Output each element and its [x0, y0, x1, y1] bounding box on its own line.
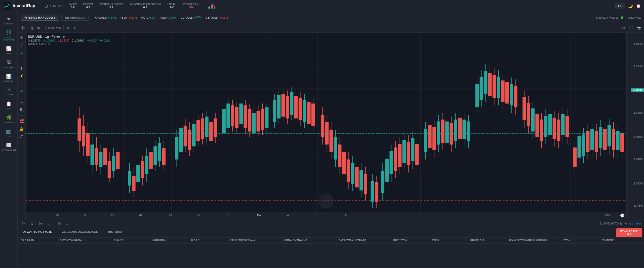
chart-settings-button[interactable]: ⚙ — [621, 25, 626, 31]
col-symbol: SYMBOL — [114, 239, 152, 242]
language-button[interactable]: PL — [615, 3, 625, 9]
screenshot-button[interactable]: 📷 — [636, 25, 642, 31]
svg-rect-225 — [548, 114, 552, 135]
ticker-gbpusd[interactable]: GBP/USD -0.03% — [206, 16, 228, 19]
svg-rect-109 — [277, 95, 281, 119]
indicators-button[interactable]: ƒ Wskaźniki — [45, 26, 62, 30]
sidebar-item-surowce[interactable]: 🏗 SUROWCE — [1, 58, 16, 70]
tab-otwarte-pozycje[interactable]: OTWARTE POZYCJE — [18, 228, 57, 237]
chart-toolbar: ➕ 1g ⊞ ƒ Wskaźniki ↺ ↻ ⚙ ⛶ 📷 — [18, 23, 644, 33]
sidebar-item-pary-walutowe[interactable]: 💱 PARYWALUTOWE — [1, 28, 16, 43]
svg-rect-47 — [128, 171, 131, 185]
svg-rect-205 — [501, 81, 505, 102]
range-5d[interactable]: 5d — [56, 221, 62, 225]
range-3m[interactable]: 3m — [37, 221, 44, 225]
svg-rect-59 — [153, 146, 157, 165]
curved-line-tool[interactable]: ⌒ — [19, 57, 24, 64]
svg-rect-189 — [462, 120, 466, 139]
emoji-tool[interactable]: ☺ — [19, 88, 24, 94]
indicators-label: Wskaźniki — [48, 26, 61, 30]
wykorzystane-stat: WYKORZYSTANE ŚRODKI 0 € — [130, 3, 161, 9]
range-1m[interactable]: 1m — [47, 221, 53, 225]
ticker-aapl[interactable]: AAPL 0.2% — [141, 16, 155, 19]
svg-rect-43 — [112, 156, 115, 171]
svg-rect-207 — [505, 82, 509, 103]
star-icon: ★ — [7, 16, 11, 22]
time-label-28: 28 — [139, 214, 142, 217]
open-pnl-container: OTWÓRZ PNL0 € — [616, 228, 644, 237]
ticker-amzn[interactable]: AMZN 0.62% — [160, 16, 177, 19]
svg-rect-5 — [214, 6, 215, 9]
pencil-tool[interactable]: ✏ — [19, 99, 24, 105]
svg-rect-39 — [103, 148, 107, 165]
open-pnl-button[interactable]: OTWÓRZ PNL0 € — [616, 228, 642, 237]
sidebar-label-indeksy: INDEKSY — [4, 80, 13, 82]
ticker-xauusd[interactable]: XAU/USD 0.34% — [95, 16, 116, 19]
content-area: WYKRES HANDLOWY INFORMACJA XAU/USD 0.34%… — [18, 12, 644, 268]
price-scale: 1.09200 1.09000 1.08800 1.08600 1.08400 … — [626, 33, 644, 219]
sidebar-item-etf[interactable]: 📋 ETF — [1, 99, 16, 112]
ticker-tsla[interactable]: TSLA -0.17% — [120, 16, 137, 19]
sidebar-item-ulubione[interactable]: ★ ULUBIONE — [1, 14, 16, 27]
sidebar-item-krypto[interactable]: ₿ KRYPTO — [1, 85, 16, 98]
accounts-label: KONTA — [50, 4, 60, 8]
timeframe-button[interactable]: 1g — [28, 25, 34, 31]
informacja-tab[interactable]: INFORMACJA — [61, 15, 89, 21]
add-tool-button[interactable]: ➕ — [20, 25, 26, 31]
range-5y[interactable]: 5y — [21, 221, 26, 225]
tab-historia[interactable]: HISTORIA — [103, 228, 127, 237]
left-sidebar: ★ ULUBIONE 💱 PARYWALUTOWE 📈 AKCJE 🏗 SURO… — [0, 12, 18, 268]
chart-type-button[interactable]: ⊞ — [36, 25, 41, 31]
accounts-button[interactable]: ⊙ KONTA ▾ — [44, 3, 62, 9]
tag-tool[interactable]: 🏷 — [19, 133, 24, 139]
wykres-handlowy-tab[interactable]: WYKRES HANDLOWY — [21, 15, 59, 21]
svg-rect-153 — [381, 171, 384, 193]
svg-rect-81 — [209, 122, 213, 141]
settings-button[interactable]: ⏰ — [636, 4, 641, 8]
fullscreen-button[interactable]: ⛶ — [628, 25, 634, 31]
compare-icon[interactable]: ⇄ — [75, 222, 78, 225]
measure-tool[interactable]: ≈ — [20, 81, 24, 87]
clock-icon: 🕐 — [620, 213, 624, 217]
live-dot — [63, 36, 65, 38]
text-tool[interactable]: T — [19, 65, 24, 71]
svg-rect-115 — [290, 92, 294, 115]
zoom-tool[interactable]: 🔍 — [18, 107, 25, 113]
redo-button[interactable]: ↻ — [73, 25, 78, 31]
minus-tool[interactable]: − — [19, 141, 23, 147]
undo-button[interactable]: ↺ — [66, 25, 71, 31]
horizontal-line-tool[interactable]: ≡ — [19, 50, 23, 56]
ticker-eurusd[interactable]: EUR/USD 0.05% — [181, 16, 202, 19]
main-layout: ★ ULUBIONE 💱 PARYWALUTOWE 📈 AKCJE 🏗 SURO… — [0, 12, 644, 268]
col-zysk: ZYSK — [564, 239, 602, 242]
col-prowizja: PROWIZJA — [470, 239, 509, 242]
trading-view-label: Trading View — [625, 16, 641, 19]
svg-rect-87 — [226, 103, 230, 128]
sidebar-label-cannabis: CANNABIS — [4, 121, 14, 124]
tab-zlecenia-oczekujace[interactable]: ZLECENIA OCZEKUJĄCE — [57, 228, 103, 237]
svg-rect-121 — [303, 100, 306, 122]
sidebar-item-akcje[interactable]: 📈 AKCJE — [1, 44, 16, 57]
svg-rect-197 — [484, 71, 488, 94]
auto-btn[interactable]: auto — [636, 222, 641, 225]
crosshair-tool[interactable]: ✛ — [19, 35, 24, 41]
sidebar-item-aktualnosci[interactable]: 📰 AKTUALNOŚCI — [1, 140, 16, 153]
log-btn[interactable]: log — [629, 222, 633, 225]
theme-button[interactable]: 🌙 — [628, 4, 633, 8]
svg-rect-235 — [573, 147, 577, 167]
commodity-icon: 🏗 — [7, 60, 11, 65]
lock-tool[interactable]: 🔒 — [18, 126, 25, 132]
pattern-tool[interactable]: ⚡ — [18, 73, 25, 79]
view-toggle[interactable]: Trading View — [621, 16, 641, 19]
sidebar-item-cannabis[interactable]: 🌿 CANNABIS — [1, 113, 16, 126]
range-1d[interactable]: 1d — [65, 221, 70, 225]
time-label-6: 6 — [345, 214, 347, 217]
percent-btn[interactable]: % — [624, 222, 627, 225]
sidebar-item-tv[interactable]: 📺 TV — [1, 127, 16, 139]
magnet-tool[interactable]: 🧲 — [18, 118, 25, 124]
svg-rect-241 — [586, 131, 590, 152]
trend-line-tool[interactable]: ╱ — [20, 42, 24, 48]
range-1y[interactable]: 1y — [29, 221, 35, 225]
svg-rect-245 — [595, 131, 598, 152]
sidebar-item-indeksy[interactable]: 📊 INDEKSY — [1, 71, 16, 84]
